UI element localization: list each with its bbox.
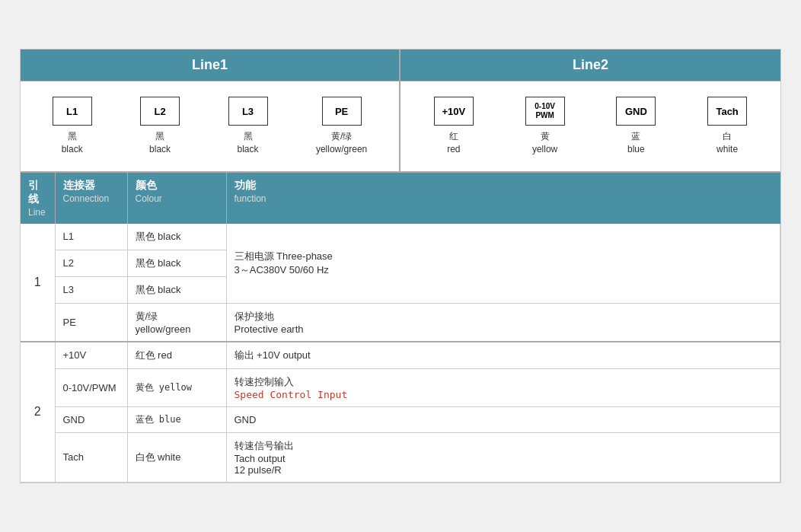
func-L1: 三相电源 Three-phase3～AC380V 50/60 Hz — [226, 224, 780, 304]
color-L1: 黑色 black — [127, 224, 226, 250]
table-header-row: 引线 Line 连接器 Connection 颜色 Colour 功能 func… — [21, 173, 780, 224]
diagram-row: L1 黑black L2 黑black L3 黑black PE 黄/绿yell… — [21, 81, 780, 173]
diagram-line1: L1 黑black L2 黑black L3 黑black PE 黄/绿yell… — [21, 81, 400, 171]
header-row: Line1 Line2 — [21, 49, 780, 81]
func-PE: 保护接地Protective earth — [226, 303, 780, 342]
connector-L2: L2 黑black — [140, 97, 180, 156]
th-color-zh: 颜色 — [136, 179, 219, 193]
th-func-en: function — [235, 193, 266, 204]
conn-PE: PE — [55, 303, 127, 342]
connector-label-10V: 红red — [447, 130, 460, 156]
connector-Tach: Tach 白white — [707, 97, 747, 156]
connector-10V: +10V 红red — [434, 97, 474, 156]
table-row: 1 L1 黑色 black 三相电源 Three-phase3～AC380V 5… — [21, 224, 780, 250]
connector-label-L2: 黑black — [149, 130, 171, 156]
connector-label-010VPWM: 黄yellow — [532, 130, 557, 156]
connector-label-L1: 黑black — [62, 130, 83, 156]
conn-L2: L2 — [55, 250, 127, 276]
line-number-1: 1 — [21, 224, 55, 342]
table-row: GND 蓝色 blue GND — [21, 406, 780, 432]
conn-L3: L3 — [55, 276, 127, 303]
color-L3: 黑色 black — [127, 276, 226, 303]
th-line-zh: 引线 — [28, 179, 47, 206]
th-function: 功能 function — [226, 173, 780, 224]
connector-box-Tach: Tach — [707, 97, 747, 126]
color-010VPWM: 黄色 yellow — [127, 368, 226, 406]
connector-box-L3: L3 — [228, 97, 268, 126]
conn-L1: L1 — [55, 224, 127, 250]
connector-box-L2: L2 — [140, 97, 180, 126]
header-line2: Line2 — [400, 49, 780, 81]
func-10V: 输出 +10V output — [226, 342, 780, 369]
connector-label-GND: 蓝blue — [627, 130, 645, 156]
table-section: 引线 Line 连接器 Connection 颜色 Colour 功能 func… — [21, 173, 780, 483]
th-line: 引线 Line — [21, 173, 55, 224]
color-Tach: 白色 white — [127, 432, 226, 482]
func-010VPWM: 转速控制输入Speed Control Input — [226, 368, 780, 406]
th-func-zh: 功能 — [235, 179, 773, 193]
connector-PE: PE 黄/绿yellow/green — [316, 97, 367, 156]
func-Tach: 转速信号输出Tach output12 pulse/R — [226, 432, 780, 482]
table-row: 0-10V/PWM 黄色 yellow 转速控制输入Speed Control … — [21, 368, 780, 406]
color-10V: 红色 red — [127, 342, 226, 369]
header-line1: Line1 — [21, 49, 400, 81]
connector-box-PE: PE — [322, 97, 362, 126]
conn-Tach: Tach — [55, 432, 127, 482]
th-connection: 连接器 Connection — [55, 173, 127, 224]
connector-box-GND: GND — [616, 97, 656, 126]
line-number-2: 2 — [21, 342, 55, 483]
th-conn-en: Connection — [63, 193, 110, 204]
func-GND: GND — [226, 406, 780, 432]
th-colour: 颜色 Colour — [127, 173, 226, 224]
th-color-en: Colour — [136, 193, 162, 204]
wiring-table: 引线 Line 连接器 Connection 颜色 Colour 功能 func… — [21, 173, 780, 483]
connector-label-L3: 黑black — [238, 130, 259, 156]
connector-010VPWM: 0-10VPWM 黄yellow — [525, 97, 565, 156]
connector-L3: L3 黑black — [228, 97, 268, 156]
connector-label-PE: 黄/绿yellow/green — [316, 130, 367, 156]
table-row: Tach 白色 white 转速信号输出Tach output12 pulse/… — [21, 432, 780, 482]
conn-GND: GND — [55, 406, 127, 432]
connector-box-L1: L1 — [53, 97, 92, 126]
diagram-line2: +10V 红red 0-10VPWM 黄yellow GND 蓝blue Tac… — [400, 81, 780, 171]
connector-box-10V: +10V — [434, 97, 474, 126]
connector-GND: GND 蓝blue — [616, 97, 656, 156]
th-conn-zh: 连接器 — [63, 179, 120, 193]
color-PE: 黄/绿yellow/green — [127, 303, 226, 342]
table-row: PE 黄/绿yellow/green 保护接地Protective earth — [21, 303, 780, 342]
conn-10V: +10V — [55, 342, 127, 369]
conn-010VPWM: 0-10V/PWM — [55, 368, 127, 406]
table-row: 2 +10V 红色 red 输出 +10V output — [21, 342, 780, 369]
color-GND: 蓝色 blue — [127, 406, 226, 432]
color-L2: 黑色 black — [127, 250, 226, 276]
connector-L1: L1 黑black — [53, 97, 92, 156]
connector-box-010VPWM: 0-10VPWM — [525, 97, 565, 126]
th-line-en: Line — [28, 207, 46, 218]
connector-label-Tach: 白white — [716, 130, 738, 156]
